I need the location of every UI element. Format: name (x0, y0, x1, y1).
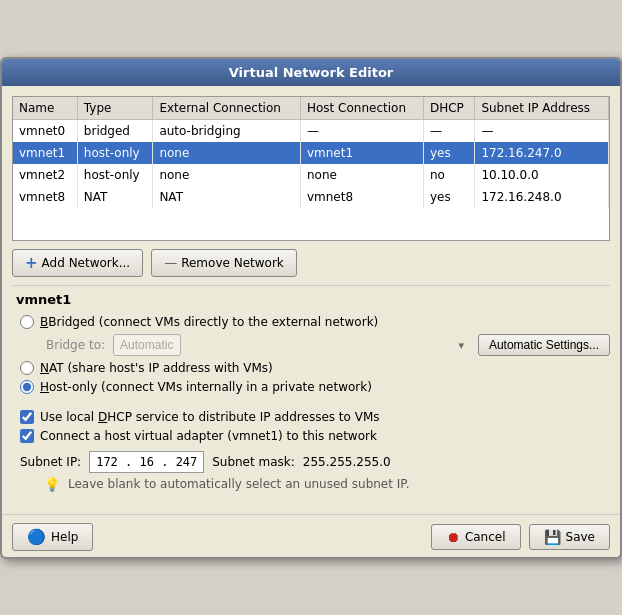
dhcp-checkbox-row: Use local DHCP service to distribute IP … (20, 410, 610, 424)
add-network-label: Add Network... (42, 256, 131, 270)
host-only-radio[interactable] (20, 380, 34, 394)
nat-radio[interactable] (20, 361, 34, 375)
dhcp-checkbox[interactable] (20, 410, 34, 424)
save-label: Save (566, 530, 595, 544)
divider (12, 285, 610, 286)
cell-0: vmnet1 (13, 142, 77, 164)
cell-4: yes (423, 142, 474, 164)
auto-settings-label: Automatic Settings... (489, 338, 599, 352)
col-name: Name (13, 97, 77, 120)
table-header-row: Name Type External Connection Host Conne… (13, 97, 609, 120)
window-title: Virtual Network Editor (229, 65, 394, 80)
network-table: Name Type External Connection Host Conne… (13, 97, 609, 208)
network-action-buttons: + Add Network... — Remove Network (12, 249, 610, 277)
remove-network-button[interactable]: — Remove Network (151, 249, 297, 277)
cell-1: host-only (77, 142, 153, 164)
bottom-button-row: 🔵 Help ⏺ Cancel 💾 Save (2, 514, 620, 557)
dhcp-label: Use local DHCP service to distribute IP … (40, 410, 380, 424)
cell-1: bridged (77, 119, 153, 142)
subnet-ip-row: Subnet IP: Subnet mask: 255.255.255.0 (20, 451, 610, 473)
cell-5: 172.16.247.0 (475, 142, 609, 164)
add-network-button[interactable]: + Add Network... (12, 249, 143, 277)
connection-type-group: BBridged (connect VMs directly to the ex… (20, 315, 610, 394)
bridge-to-select[interactable]: Automatic (113, 334, 181, 356)
adapter-checkbox[interactable] (20, 429, 34, 443)
table-row[interactable]: vmnet8NATNATvmnet8yes172.16.248.0 (13, 186, 609, 208)
network-table-container: Name Type External Connection Host Conne… (12, 96, 610, 241)
cell-4: yes (423, 186, 474, 208)
bridge-to-select-wrapper: Automatic (113, 334, 470, 356)
hint-text: Leave blank to automatically select an u… (68, 477, 410, 491)
cell-0: vmnet0 (13, 119, 77, 142)
cell-3: none (300, 164, 423, 186)
adapter-label: Connect a host virtual adapter (vmnet1) … (40, 429, 377, 443)
cell-3: vmnet8 (300, 186, 423, 208)
main-content: Name Type External Connection Host Conne… (2, 86, 620, 510)
subnet-ip-label: Subnet IP: (20, 455, 81, 469)
cell-1: NAT (77, 186, 153, 208)
bridge-to-label: Bridge to: (46, 338, 105, 352)
cell-2: NAT (153, 186, 301, 208)
cell-2: none (153, 164, 301, 186)
bridged-label: BBridged (connect VMs directly to the ex… (40, 315, 378, 329)
bottom-right-buttons: ⏺ Cancel 💾 Save (431, 524, 610, 550)
subnet-ip-input[interactable] (89, 451, 204, 473)
cell-5: — (475, 119, 609, 142)
selected-network-name: vmnet1 (16, 292, 610, 307)
table-row[interactable]: vmnet2host-onlynonenoneno10.10.0.0 (13, 164, 609, 186)
titlebar: Virtual Network Editor (2, 59, 620, 86)
col-dhcp: DHCP (423, 97, 474, 120)
cell-3: — (300, 119, 423, 142)
cell-1: host-only (77, 164, 153, 186)
automatic-settings-button[interactable]: Automatic Settings... (478, 334, 610, 356)
remove-network-label: Remove Network (181, 256, 284, 270)
bridged-radio-row: BBridged (connect VMs directly to the ex… (20, 315, 610, 329)
help-icon: 🔵 (27, 528, 46, 546)
cell-3: vmnet1 (300, 142, 423, 164)
virtual-network-editor-window: Virtual Network Editor Name Type Externa… (0, 57, 622, 559)
cancel-icon: ⏺ (446, 529, 460, 545)
cell-0: vmnet8 (13, 186, 77, 208)
table-body: vmnet0bridgedauto-bridging———vmnet1host-… (13, 119, 609, 208)
table-row[interactable]: vmnet1host-onlynonevmnet1yes172.16.247.0 (13, 142, 609, 164)
table-row[interactable]: vmnet0bridgedauto-bridging——— (13, 119, 609, 142)
col-type: Type (77, 97, 153, 120)
host-only-label: Host-only (connect VMs internally in a p… (40, 380, 372, 394)
subnet-mask-label: Subnet mask: (212, 455, 295, 469)
cancel-label: Cancel (465, 530, 506, 544)
col-subnet: Subnet IP Address (475, 97, 609, 120)
help-label: Help (51, 530, 78, 544)
hint-row: 💡 Leave blank to automatically select an… (44, 477, 610, 492)
bottom-left-buttons: 🔵 Help (12, 523, 93, 551)
cell-4: no (423, 164, 474, 186)
col-host: Host Connection (300, 97, 423, 120)
host-only-radio-row: Host-only (connect VMs internally in a p… (20, 380, 610, 394)
cell-0: vmnet2 (13, 164, 77, 186)
cell-5: 10.10.0.0 (475, 164, 609, 186)
adapter-checkbox-row: Connect a host virtual adapter (vmnet1) … (20, 429, 610, 443)
add-icon: + (25, 254, 38, 272)
cell-4: — (423, 119, 474, 142)
host-only-label-rest: ost-only (connect VMs internally in a pr… (49, 380, 372, 394)
cell-2: auto-bridging (153, 119, 301, 142)
bridged-label-text: Bridged (connect VMs directly to the ext… (48, 315, 378, 329)
save-icon: 💾 (544, 529, 561, 545)
spacer (12, 399, 610, 405)
save-button[interactable]: 💾 Save (529, 524, 610, 550)
col-ext: External Connection (153, 97, 301, 120)
cell-2: none (153, 142, 301, 164)
hint-icon: 💡 (44, 477, 60, 492)
nat-label-rest: AT (share host's IP address with VMs) (49, 361, 273, 375)
bridge-to-row: Bridge to: Automatic Automatic Settings.… (46, 334, 610, 356)
cell-5: 172.16.248.0 (475, 186, 609, 208)
help-button[interactable]: 🔵 Help (12, 523, 93, 551)
nat-label: NAT (share host's IP address with VMs) (40, 361, 273, 375)
bridged-radio[interactable] (20, 315, 34, 329)
subnet-mask-value: 255.255.255.0 (303, 455, 391, 469)
cancel-button[interactable]: ⏺ Cancel (431, 524, 521, 550)
nat-radio-row: NAT (share host's IP address with VMs) (20, 361, 610, 375)
remove-icon: — (164, 255, 177, 270)
